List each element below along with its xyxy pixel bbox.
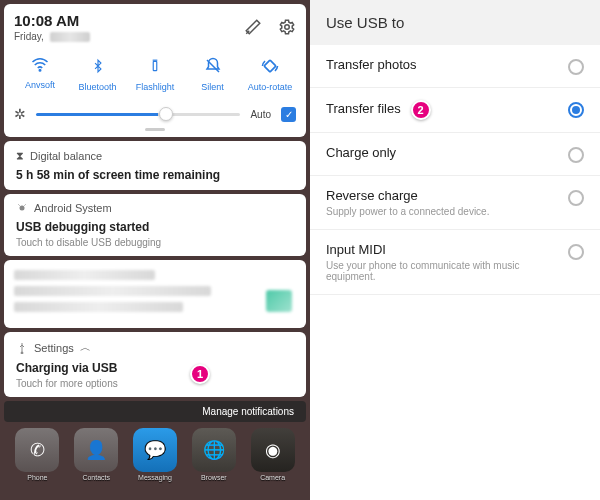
- wifi-icon: [30, 56, 50, 74]
- callout-2: 2: [411, 100, 431, 120]
- app-browser[interactable]: 🌐Browser: [192, 428, 236, 481]
- radio-selected[interactable]: [568, 102, 584, 118]
- svg-rect-2: [153, 61, 157, 70]
- auto-brightness-checkbox[interactable]: ✓: [281, 107, 296, 122]
- drag-handle[interactable]: [145, 128, 165, 131]
- app-dock: ✆Phone 👤Contacts 💬Messaging 🌐Browser ◉Ca…: [0, 422, 310, 485]
- edit-icon[interactable]: [244, 18, 262, 36]
- notification-shade: 10:08 AM Friday, Anvsoft Bluetooth Flash…: [0, 0, 310, 500]
- brightness-icon: ✲: [14, 106, 26, 122]
- qs-tile-bluetooth[interactable]: Bluetooth: [72, 56, 124, 92]
- quick-settings-panel: 10:08 AM Friday, Anvsoft Bluetooth Flash…: [4, 4, 306, 137]
- app-messaging[interactable]: 💬Messaging: [133, 428, 177, 481]
- svg-point-0: [285, 25, 290, 30]
- notification-settings-usb[interactable]: Settings ︿ Charging via USB Touch for mo…: [4, 332, 306, 397]
- notification-digital-balance[interactable]: ⧗Digital balance 5 h 58 min of screen ti…: [4, 141, 306, 190]
- qs-tile-flashlight[interactable]: Flashlight: [129, 56, 181, 92]
- app-contacts[interactable]: 👤Contacts: [74, 428, 118, 481]
- usb-icon: [16, 342, 28, 354]
- radio-unselected[interactable]: [568, 190, 584, 206]
- usb-option-transfer-photos[interactable]: Transfer photos: [310, 45, 600, 88]
- usb-option-reverse-charge[interactable]: Reverse chargeSupply power to a connecte…: [310, 176, 600, 230]
- usb-options-panel: Use USB to Transfer photos Transfer file…: [310, 0, 600, 500]
- status-day: Friday,: [14, 31, 44, 42]
- contacts-icon: 👤: [74, 428, 118, 472]
- radio-unselected[interactable]: [568, 147, 584, 163]
- chevron-up-icon: ︿: [80, 340, 91, 355]
- settings-gear-icon[interactable]: [278, 18, 296, 36]
- svg-point-5: [21, 352, 23, 354]
- bluetooth-icon: [91, 56, 105, 76]
- phone-icon: ✆: [15, 428, 59, 472]
- usb-options-list: Transfer photos Transfer files2 Charge o…: [310, 45, 600, 500]
- usb-header: Use USB to: [310, 0, 600, 45]
- app-phone[interactable]: ✆Phone: [15, 428, 59, 481]
- callout-1: 1: [190, 364, 210, 384]
- svg-rect-3: [264, 60, 276, 72]
- browser-icon: 🌐: [192, 428, 236, 472]
- qs-tile-silent[interactable]: Silent: [187, 56, 239, 92]
- radio-unselected[interactable]: [568, 59, 584, 75]
- auto-brightness-label: Auto: [250, 109, 271, 120]
- android-icon: [16, 202, 28, 214]
- svg-point-4: [20, 206, 25, 211]
- app-camera[interactable]: ◉Camera: [251, 428, 295, 481]
- status-time: 10:08 AM: [14, 12, 90, 29]
- auto-rotate-icon: [260, 56, 280, 76]
- usb-option-charge-only[interactable]: Charge only: [310, 133, 600, 176]
- silent-icon: [204, 56, 222, 76]
- brightness-slider[interactable]: [36, 113, 240, 116]
- camera-icon: ◉: [251, 428, 295, 472]
- messaging-icon: 💬: [133, 428, 177, 472]
- radio-unselected[interactable]: [568, 244, 584, 260]
- qs-tile-wifi[interactable]: Anvsoft: [14, 56, 66, 92]
- qs-tile-auto-rotate[interactable]: Auto-rotate: [244, 56, 296, 92]
- manage-notifications-link[interactable]: Manage notifications: [4, 401, 306, 422]
- slider-thumb[interactable]: [159, 107, 173, 121]
- redacted-date: [50, 32, 90, 42]
- notification-redacted[interactable]: [4, 260, 306, 328]
- usb-option-input-midi[interactable]: Input MIDIUse your phone to communicate …: [310, 230, 600, 295]
- notification-android-system[interactable]: Android System USB debugging started Tou…: [4, 194, 306, 256]
- flashlight-icon: [148, 56, 162, 76]
- hourglass-icon: ⧗: [16, 149, 24, 162]
- svg-point-1: [39, 70, 41, 72]
- usb-option-transfer-files[interactable]: Transfer files2: [310, 88, 600, 133]
